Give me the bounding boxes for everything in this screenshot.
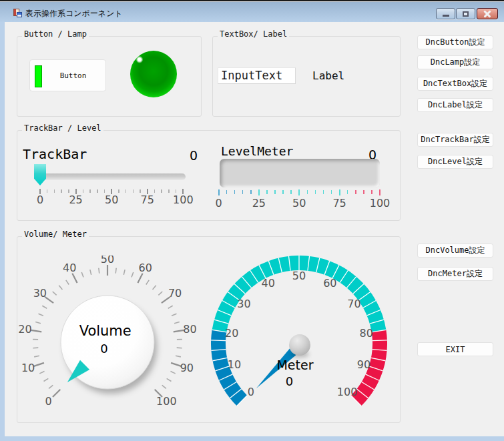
lamp-indicator: [130, 51, 177, 97]
scale-tick: [118, 189, 119, 193]
titlebar: 表示操作系コンポーネント: [0, 0, 504, 22]
scale-tick: [234, 190, 236, 194]
scale-number: 75: [325, 197, 354, 209]
group-button-lamp-label: Button / Lamp: [22, 29, 89, 39]
scale-tick: [307, 190, 308, 194]
scale-tick: [323, 190, 324, 194]
scale-tick: [339, 189, 340, 195]
dnc-textbox-settings-button[interactable]: DncTextBox設定: [417, 77, 493, 91]
scale-tick: [290, 190, 292, 194]
scale-tick: [161, 189, 162, 193]
scale-tick: [61, 189, 62, 193]
scale-tick: [47, 189, 48, 193]
scale-number: 25: [244, 197, 274, 209]
gauge-text: 50: [292, 270, 306, 282]
scale-tick: [371, 190, 372, 194]
scale-tick: [258, 189, 260, 195]
close-icon: [484, 10, 491, 17]
scale-tick: [298, 189, 300, 195]
volume-knob[interactable]: 0102030405060708090100Volume0: [14, 256, 201, 436]
scale-number: 100: [365, 197, 395, 209]
scale-tick: [68, 189, 69, 193]
dnc-meter-settings-button[interactable]: DncMeter設定: [417, 267, 493, 281]
gauge-text: 30: [33, 287, 47, 300]
levelmeter-scale-labels: 0255075100: [219, 197, 381, 209]
gauge-text: 0: [248, 386, 254, 398]
scale-tick: [226, 190, 228, 194]
dnc-trackbar-settings-button[interactable]: DncTrackBar設定: [417, 133, 493, 147]
gauge-text: 70: [168, 287, 182, 300]
group-volume-meter-label: Volume/ Meter: [22, 230, 89, 239]
volume-knob-graphic: 0102030405060708090100Volume0: [14, 256, 201, 436]
scale-number: 0: [25, 194, 55, 205]
gauge-text: 20: [18, 323, 31, 336]
levelmeter-ticks: [219, 189, 381, 196]
close-button[interactable]: [477, 8, 498, 19]
gauge-text: 80: [360, 327, 373, 340]
dnc-lamp-settings-button[interactable]: DncLamp設定: [417, 55, 493, 69]
scale-number: 0: [204, 197, 234, 209]
dnc-button-settings-button[interactable]: DncButton設定: [417, 35, 493, 49]
scale-tick: [133, 189, 134, 193]
group-textbox-label-label: TextBox/ Label: [218, 29, 289, 39]
input-textbox[interactable]: InputText: [218, 67, 296, 84]
scale-tick: [89, 189, 91, 193]
gauge-text: 70: [347, 298, 360, 310]
trackbar-thumb[interactable]: [34, 164, 46, 185]
client-area: Button / Lamp Button TextBox/ Label Inpu…: [5, 22, 504, 436]
dnc-level-settings-button[interactable]: DncLevel設定: [417, 155, 493, 169]
meter-gauge: 0102030405060708090100Meter0: [201, 253, 397, 440]
meter-value: 0: [286, 374, 293, 388]
button-control[interactable]: Button: [29, 59, 106, 91]
maximize-icon: [463, 11, 469, 17]
gauge-text: 50: [101, 256, 114, 266]
gauge-text: 10: [21, 362, 35, 374]
app-window: 表示操作系コンポーネント Button / Lamp Button TextBo…: [0, 0, 504, 441]
scale-tick: [266, 190, 268, 194]
volume-value: 0: [100, 342, 107, 356]
scale-tick: [315, 190, 316, 194]
scale-tick: [250, 190, 252, 194]
scale-tick: [379, 189, 381, 195]
window-title: 表示操作系コンポーネント: [25, 9, 123, 18]
scale-tick: [176, 189, 177, 193]
scale-tick: [54, 189, 55, 193]
trackbar-title: TrackBar: [23, 147, 87, 161]
volume-title: Volume: [79, 323, 132, 339]
gauge-text: 10: [228, 358, 241, 371]
gauge-text: 60: [323, 277, 336, 290]
scale-tick: [218, 189, 220, 195]
gauge-text: 80: [183, 323, 196, 336]
levelmeter-bar: [220, 159, 380, 187]
trackbar-value: 0: [186, 148, 202, 163]
gauge-text: 40: [262, 277, 275, 290]
dnc-label-settings-button[interactable]: DncLabel設定: [417, 98, 493, 112]
app-icon: [13, 9, 22, 17]
gauge-text: 100: [337, 386, 358, 398]
scale-number: 75: [133, 194, 162, 205]
trackbar-scale-labels: 0255075100: [40, 194, 184, 206]
gauge-text: 100: [156, 395, 177, 408]
gauge-text: 0: [45, 395, 52, 408]
button-led-indicator: [35, 65, 42, 87]
static-label: Label: [312, 69, 344, 82]
gauge-text: 20: [225, 327, 238, 340]
button-control-label: Button: [60, 71, 87, 80]
maximize-button[interactable]: [456, 8, 475, 19]
levelmeter-title: LevelMeter: [221, 145, 293, 157]
trackbar-track[interactable]: [37, 173, 186, 180]
group-trackbar-level: TrackBar / Level TrackBar 0 0255075100 L…: [17, 130, 401, 221]
scale-tick: [242, 190, 244, 194]
dnc-volume-settings-button[interactable]: DncVolume設定: [417, 244, 493, 258]
minimize-button[interactable]: [436, 8, 455, 19]
exit-button[interactable]: EXIT: [417, 342, 493, 356]
scale-tick: [125, 189, 127, 193]
meter-gauge-graphic: 0102030405060708090100Meter0: [201, 253, 397, 440]
group-textbox-label: TextBox/ Label InputText Label: [212, 36, 401, 117]
scale-number: 50: [97, 194, 126, 205]
minimize-icon: [443, 15, 449, 17]
scale-tick: [83, 189, 84, 193]
gauge-text: 90: [357, 358, 370, 371]
meter-title: Meter: [276, 358, 313, 372]
scale-tick: [331, 190, 332, 194]
